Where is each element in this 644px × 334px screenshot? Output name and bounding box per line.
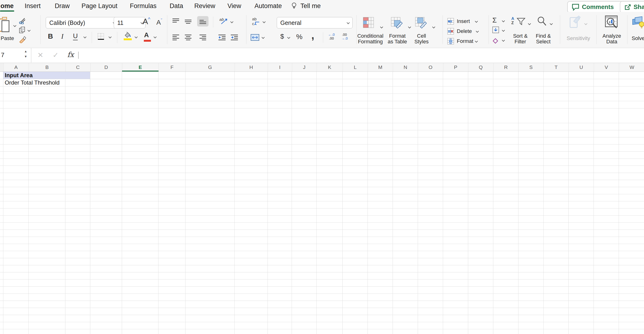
cell[interactable]	[368, 244, 393, 251]
cell[interactable]	[3, 159, 29, 166]
cell[interactable]	[493, 237, 518, 244]
cell[interactable]	[66, 272, 90, 280]
cell[interactable]	[393, 230, 418, 237]
cell[interactable]	[619, 223, 644, 230]
cell[interactable]	[569, 265, 594, 272]
cell[interactable]	[368, 101, 393, 108]
cell[interactable]	[90, 94, 122, 101]
cell[interactable]	[594, 130, 619, 138]
cell[interactable]	[493, 308, 518, 315]
cell[interactable]	[443, 194, 468, 201]
column-header-U[interactable]: U	[569, 63, 594, 72]
comments-button[interactable]: Comments	[567, 1, 623, 13]
cell[interactable]	[544, 208, 569, 216]
cell[interactable]	[393, 194, 418, 201]
cell[interactable]	[342, 258, 368, 265]
cell[interactable]	[29, 315, 66, 322]
cell[interactable]	[619, 138, 644, 144]
cell[interactable]	[316, 230, 342, 237]
cell[interactable]	[316, 123, 342, 130]
cell[interactable]	[443, 272, 468, 280]
cell[interactable]	[186, 173, 234, 180]
cell[interactable]	[368, 258, 393, 265]
cell[interactable]	[292, 159, 316, 166]
underline-chevron[interactable]	[84, 36, 86, 38]
cell[interactable]	[418, 159, 443, 166]
cell[interactable]	[518, 138, 544, 144]
cell[interactable]	[186, 265, 234, 272]
cell[interactable]	[493, 166, 518, 173]
cell[interactable]	[393, 258, 418, 265]
cell[interactable]	[90, 187, 122, 194]
cell[interactable]	[569, 194, 594, 201]
cell[interactable]	[316, 244, 342, 251]
cell[interactable]	[443, 180, 468, 187]
cell[interactable]	[90, 130, 122, 138]
cell[interactable]	[316, 152, 342, 159]
format-as-table-button[interactable]	[391, 17, 403, 29]
cell[interactable]	[518, 244, 544, 251]
cell[interactable]	[316, 79, 342, 86]
cell[interactable]	[66, 258, 90, 265]
align-left-button[interactable]	[172, 34, 179, 41]
cell[interactable]	[0, 244, 3, 251]
cell[interactable]	[342, 86, 368, 94]
cell[interactable]	[518, 166, 544, 173]
number-format-select[interactable]: General	[277, 17, 352, 28]
cell[interactable]	[186, 123, 234, 130]
cell[interactable]	[3, 223, 29, 230]
cell[interactable]	[594, 251, 619, 258]
cell[interactable]	[544, 166, 569, 173]
cell[interactable]	[158, 265, 186, 272]
cell[interactable]	[418, 138, 443, 144]
name-box-step-up[interactable]: ▲	[24, 50, 27, 53]
align-middle-button[interactable]	[185, 19, 192, 25]
cell[interactable]	[66, 152, 90, 159]
cell[interactable]	[122, 144, 158, 152]
menu-tab-data[interactable]: Data	[170, 2, 183, 10]
cell[interactable]	[518, 180, 544, 187]
cell[interactable]	[493, 322, 518, 329]
cell[interactable]	[292, 280, 316, 286]
cell[interactable]	[158, 194, 186, 201]
cell[interactable]	[122, 152, 158, 159]
cell[interactable]	[29, 294, 66, 301]
cell[interactable]	[268, 265, 292, 272]
cell[interactable]	[468, 173, 493, 180]
cell[interactable]	[29, 138, 66, 144]
sort-filter-chevron[interactable]	[528, 22, 531, 25]
cell[interactable]	[368, 79, 393, 86]
cell[interactable]	[316, 208, 342, 216]
cell[interactable]	[268, 194, 292, 201]
cell[interactable]	[268, 123, 292, 130]
cell[interactable]	[518, 108, 544, 123]
name-box-step-down[interactable]: ▼	[24, 55, 27, 58]
cell[interactable]	[66, 216, 90, 223]
cell[interactable]	[518, 86, 544, 94]
cell[interactable]	[493, 187, 518, 194]
cell[interactable]	[90, 216, 122, 223]
column-header-S[interactable]: S	[518, 63, 544, 72]
cell[interactable]	[544, 272, 569, 280]
cell[interactable]	[518, 144, 544, 152]
cell[interactable]	[544, 159, 569, 166]
cell[interactable]	[0, 301, 3, 308]
cell[interactable]	[443, 201, 468, 208]
cell[interactable]	[234, 208, 268, 216]
font-size-select[interactable]: 11	[114, 17, 146, 28]
cell[interactable]	[493, 280, 518, 286]
cell[interactable]	[186, 79, 234, 86]
cell[interactable]	[493, 130, 518, 138]
cell[interactable]	[518, 272, 544, 280]
column-header-J[interactable]: J	[292, 63, 317, 72]
menu-tab-automate[interactable]: Automate	[254, 2, 282, 10]
cell[interactable]	[443, 123, 468, 130]
cell[interactable]	[544, 230, 569, 237]
cell[interactable]	[90, 294, 122, 301]
cell[interactable]	[90, 194, 122, 201]
cell[interactable]	[66, 123, 90, 130]
cell[interactable]	[544, 265, 569, 272]
cell[interactable]	[594, 108, 619, 123]
cell[interactable]	[594, 101, 619, 108]
cell[interactable]	[418, 144, 443, 152]
